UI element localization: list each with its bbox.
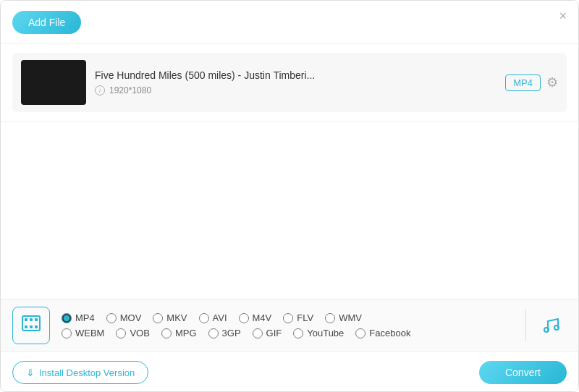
format-option-3gp[interactable]: 3GP xyxy=(208,328,241,338)
formats-row-1: MP4 MOV MKV AVI M4V xyxy=(62,312,517,323)
svg-point-7 xyxy=(544,328,549,332)
label-mkv: MKV xyxy=(166,312,187,323)
svg-rect-6 xyxy=(35,325,38,328)
radio-mp4[interactable] xyxy=(62,313,72,323)
label-flv: FLV xyxy=(297,312,313,323)
formats-grid: MP4 MOV MKV AVI M4V xyxy=(62,312,517,338)
label-wmv: WMV xyxy=(339,312,362,323)
svg-rect-3 xyxy=(35,318,38,321)
close-button[interactable]: × xyxy=(559,9,567,22)
info-icon: i xyxy=(95,85,105,95)
format-option-flv[interactable]: FLV xyxy=(283,312,313,323)
empty-area xyxy=(1,122,578,299)
radio-mkv[interactable] xyxy=(153,313,163,323)
main-content: Five Hundred Miles (500 miles) - Justin … xyxy=(1,44,578,392)
film-icon xyxy=(21,313,41,338)
format-option-mp4[interactable]: MP4 xyxy=(62,312,95,323)
svg-rect-2 xyxy=(30,318,33,321)
format-option-avi[interactable]: AVI xyxy=(199,312,227,323)
label-mpg: MPG xyxy=(175,328,197,338)
formats-row-2: WEBM VOB MPG 3GP GIF xyxy=(62,328,517,338)
download-icon: ⇓ xyxy=(26,367,35,378)
radio-gif[interactable] xyxy=(253,328,263,338)
music-icon xyxy=(541,315,561,336)
settings-icon[interactable]: ⚙ xyxy=(546,74,558,90)
radio-mov[interactable] xyxy=(106,313,117,323)
label-youtube: YouTube xyxy=(307,328,344,338)
radio-wmv[interactable] xyxy=(325,313,335,323)
label-gif: GIF xyxy=(266,328,282,338)
format-option-webm[interactable]: WEBM xyxy=(62,328,104,338)
top-bar: Add File × xyxy=(1,1,578,44)
radio-facebook[interactable] xyxy=(355,328,365,338)
convert-button[interactable]: Convert xyxy=(479,361,567,384)
label-facebook: Facebook xyxy=(369,328,410,338)
add-file-button[interactable]: Add File xyxy=(12,11,81,34)
label-m4v: M4V xyxy=(253,312,272,323)
label-mp4: MP4 xyxy=(75,312,95,323)
file-info: Five Hundred Miles (500 miles) - Justin … xyxy=(95,69,496,95)
svg-rect-4 xyxy=(25,325,28,328)
install-label: Install Desktop Version xyxy=(39,367,135,378)
format-option-wmv[interactable]: WMV xyxy=(325,312,362,323)
format-divider xyxy=(525,310,526,341)
file-meta: i 1920*1080 xyxy=(95,85,496,95)
radio-flv[interactable] xyxy=(283,313,293,323)
format-option-facebook[interactable]: Facebook xyxy=(355,328,410,338)
label-avi: AVI xyxy=(213,312,227,323)
svg-rect-1 xyxy=(25,318,28,321)
format-bar: MP4 MOV MKV AVI M4V xyxy=(1,299,578,351)
file-actions: MP4 ⚙ xyxy=(505,74,558,91)
file-thumbnail xyxy=(21,60,86,105)
format-option-gif[interactable]: GIF xyxy=(253,328,282,338)
radio-mpg[interactable] xyxy=(161,328,172,338)
format-option-mov[interactable]: MOV xyxy=(106,312,142,323)
radio-webm[interactable] xyxy=(62,328,72,338)
music-icon-box[interactable] xyxy=(535,310,567,341)
format-option-mpg[interactable]: MPG xyxy=(161,328,197,338)
label-webm: WEBM xyxy=(75,328,104,338)
format-option-youtube[interactable]: YouTube xyxy=(293,328,344,338)
format-badge[interactable]: MP4 xyxy=(505,74,541,91)
format-option-vob[interactable]: VOB xyxy=(116,328,149,338)
label-vob: VOB xyxy=(130,328,149,338)
radio-youtube[interactable] xyxy=(293,328,303,338)
video-format-icon-box xyxy=(12,307,50,344)
radio-avi[interactable] xyxy=(199,313,209,323)
file-name: Five Hundred Miles (500 miles) - Justin … xyxy=(95,69,496,81)
radio-3gp[interactable] xyxy=(208,328,219,338)
radio-m4v[interactable] xyxy=(239,313,249,323)
format-option-mkv[interactable]: MKV xyxy=(153,312,187,323)
file-resolution: 1920*1080 xyxy=(109,85,151,95)
file-item: Five Hundred Miles (500 miles) - Justin … xyxy=(12,53,567,112)
label-3gp: 3GP xyxy=(222,328,241,338)
svg-point-8 xyxy=(554,325,559,330)
radio-vob[interactable] xyxy=(116,328,126,338)
action-bar: ⇓ Install Desktop Version Convert xyxy=(1,351,578,392)
install-desktop-button[interactable]: ⇓ Install Desktop Version xyxy=(12,361,148,384)
format-option-m4v[interactable]: M4V xyxy=(239,312,272,323)
file-list: Five Hundred Miles (500 miles) - Justin … xyxy=(1,44,578,122)
label-mov: MOV xyxy=(120,312,142,323)
svg-rect-5 xyxy=(30,325,33,328)
